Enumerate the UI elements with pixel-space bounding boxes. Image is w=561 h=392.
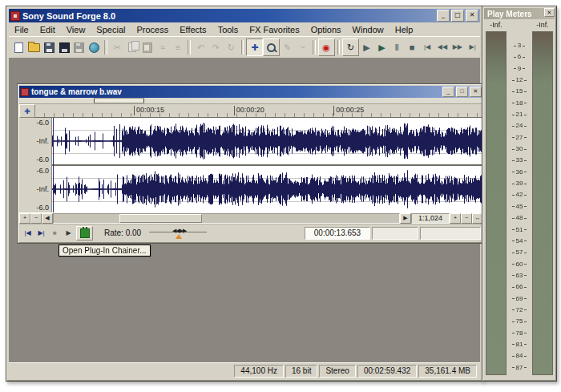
loop-playback-button[interactable]: ↻ (342, 38, 359, 56)
window-title: Sony Sound Forge 8.0 (22, 11, 115, 21)
overview-view-region[interactable] (94, 98, 145, 103)
menu-window[interactable]: Window (347, 23, 389, 36)
menu-special[interactable]: Special (91, 23, 131, 36)
record-button[interactable]: ◉ (318, 38, 335, 56)
edit-tool-button[interactable]: ✚ (246, 38, 263, 56)
menu-tools[interactable]: Tools (212, 23, 244, 36)
menu-fx-favorites[interactable]: FX Favorites (244, 23, 305, 36)
meter-scale-tick: 27 (507, 135, 532, 141)
status-bit-depth: 16 bit (285, 365, 317, 378)
undo-button[interactable]: ↶ (193, 39, 208, 55)
publish-setup-button[interactable] (87, 39, 102, 55)
rate-slider[interactable]: ◀◀▶▶ (149, 227, 207, 240)
open-button[interactable] (26, 39, 42, 55)
menu-effects[interactable]: Effects (174, 23, 212, 36)
transport-displays: 00:00:13.653 (305, 227, 481, 240)
minimize-button[interactable]: _ (442, 87, 454, 97)
menu-file[interactable]: File (9, 23, 34, 36)
go-to-end-button[interactable]: ▶| (35, 228, 47, 239)
go-to-end-button[interactable]: ▶| (465, 39, 480, 55)
rewind-button[interactable]: ◀◀ (434, 39, 450, 55)
scroll-left-button[interactable]: ◀ (42, 213, 53, 224)
meter-scale-tick: 42 (507, 192, 532, 198)
scrollbar-track[interactable] (53, 213, 400, 224)
cut-button[interactable]: ✂ (110, 39, 125, 55)
play-normal-button[interactable]: ▶ (63, 228, 75, 239)
waveform-channel-left[interactable] (52, 118, 483, 164)
menu-bar: FileEditViewSpecialProcessEffectsToolsFX… (9, 22, 480, 36)
save-as-button[interactable] (57, 39, 72, 55)
minimize-button[interactable]: _ (437, 10, 450, 22)
edit-tool-selector-button[interactable]: ✚ (19, 104, 35, 118)
stop-button[interactable]: ■ (49, 228, 61, 239)
repeat-button[interactable]: ↻ (224, 39, 239, 55)
zoom-in-time-button[interactable]: + (19, 213, 30, 224)
meter-scale-tick: 72 (507, 307, 532, 313)
waveform-display[interactable] (52, 118, 483, 212)
menu-options[interactable]: Options (305, 23, 347, 36)
main-titlebar[interactable]: Sony Sound Forge 8.0 _□✕ (9, 9, 480, 22)
paste-button[interactable] (140, 39, 155, 55)
meter-scale-tick: 45 (507, 204, 532, 210)
close-button[interactable]: ✕ (466, 10, 478, 22)
meters-close-button[interactable]: ✕ (544, 8, 555, 17)
zoom-ratio-in-button[interactable]: + (450, 213, 461, 224)
forward-button[interactable]: ▶▶ (450, 39, 465, 55)
meter-scale-tick: 51 (507, 227, 532, 233)
selection-end-display (420, 227, 481, 240)
meter-scale-tick: 3 (507, 42, 532, 49)
maximize-button[interactable]: □ (451, 10, 464, 22)
go-to-start-button[interactable]: |◀ (22, 228, 34, 239)
menu-edit[interactable]: Edit (34, 23, 61, 36)
meter-scale-tick: 36 (507, 169, 532, 176)
zoom-out-time-button[interactable]: − (30, 213, 42, 224)
waveform-channel-right[interactable] (52, 166, 483, 212)
magnify-tool-button[interactable] (263, 38, 280, 56)
document-titlebar[interactable]: tongue & marrow b.wav _□✕ (19, 86, 483, 98)
open-icon (28, 43, 40, 52)
copy-button[interactable] (125, 39, 140, 55)
new-file-button[interactable] (11, 39, 26, 55)
db-labels-left: -6.0-Inf.-6.0 (19, 118, 51, 164)
redo-button[interactable]: ↷ (208, 39, 224, 55)
time-ruler[interactable]: 00:00:1500:00:2000:00:25 (35, 104, 483, 118)
envelope-tool-button[interactable]: ~ (295, 39, 310, 55)
close-button[interactable]: ✕ (470, 87, 482, 97)
peak-label-right[interactable]: -Inf. (531, 21, 555, 29)
go-to-start-button[interactable]: |◀ (420, 39, 435, 55)
new-file-icon (14, 42, 23, 53)
save-as-icon (59, 42, 70, 53)
render-as-button[interactable] (72, 39, 87, 55)
stop-button[interactable]: ■ (405, 39, 420, 55)
overview-bar[interactable] (19, 98, 483, 104)
maximize-button[interactable]: □ (456, 87, 468, 97)
save-button[interactable] (42, 39, 57, 55)
scroll-right-button[interactable]: ▶ (400, 213, 411, 224)
meter-scale-tick: 57 (507, 249, 532, 256)
menu-view[interactable]: View (61, 23, 91, 36)
toolbar-separator (313, 40, 316, 55)
overview-marker (143, 99, 144, 103)
rate-slider-knob[interactable]: ◀◀▶▶ (172, 228, 187, 234)
paste-icon (143, 42, 152, 53)
pencil-tool-button[interactable]: ✎ (280, 39, 295, 55)
play-button[interactable]: ▶ (374, 39, 389, 55)
document-title: tongue & marrow b.wav (31, 87, 122, 96)
copy-icon (128, 42, 136, 52)
pause-button[interactable]: Ⅱ (389, 39, 405, 55)
meter-scale-tick: 66 (507, 284, 532, 290)
peak-label-left[interactable]: -Inf. (484, 21, 508, 29)
play-all-button[interactable]: ▶ (359, 39, 374, 55)
trim-button[interactable]: ≡ (170, 39, 185, 55)
menu-help[interactable]: Help (389, 23, 419, 36)
status-sample-rate: 44,100 Hz (234, 365, 284, 378)
plug-in-chainer-icon (80, 228, 90, 238)
menu-process[interactable]: Process (131, 23, 174, 36)
workspace: tongue & marrow b.wav _□✕ ✚ 00:00:1500:0… (9, 58, 480, 362)
scrollbar-thumb[interactable] (119, 214, 202, 223)
plug-in-chainer-button[interactable] (76, 226, 93, 240)
zoom-ratio-out-button[interactable]: − (461, 213, 472, 224)
mix-button[interactable]: ≈ (155, 39, 171, 55)
meter-scale-tick: 24 (507, 123, 532, 129)
toolbar-separator (337, 40, 341, 55)
